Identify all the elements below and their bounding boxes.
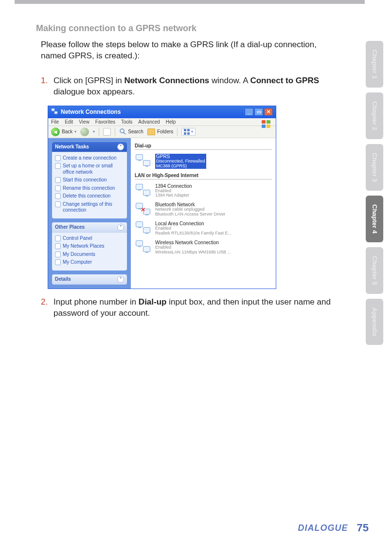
views-icon (184, 129, 190, 135)
tab-chapter-3[interactable]: Chapter 3 (366, 144, 383, 191)
task-icon (55, 177, 61, 183)
views-button[interactable]: ▾ (181, 128, 196, 136)
menu-file[interactable]: File (51, 119, 59, 125)
panel-title: Other Places (55, 224, 85, 230)
search-button[interactable]: Search (119, 128, 143, 136)
step-2: 2. Input phone number in Dial-up input b… (41, 297, 333, 319)
panel-title: Network Tasks (55, 144, 89, 149)
connection-lan[interactable]: Local Area Connection Enabled Realtek RT… (135, 219, 272, 238)
group-dialup-head: Dial-up (135, 142, 272, 150)
forward-button[interactable] (80, 127, 89, 136)
connection-1394[interactable]: 1394 Connection Enabled 1394 Net Adapter (135, 181, 272, 200)
task-delete[interactable]: Delete this connection (55, 192, 124, 200)
tab-chapter-5[interactable]: Chapter 5 (366, 247, 383, 294)
minimize-button[interactable]: _ (245, 108, 253, 116)
chevron-down-icon: ▾ (191, 129, 193, 134)
folders-button[interactable]: Folders (147, 128, 173, 135)
menu-view[interactable]: View (79, 119, 89, 125)
task-icon (55, 185, 61, 191)
place-my-documents[interactable]: My Documents (55, 251, 124, 259)
steps-list: 1. Click on [GPRS] in Network Connection… (41, 75, 333, 98)
app-icon (51, 108, 58, 116)
task-icon (55, 193, 61, 199)
collapse-icon[interactable]: ˄ (117, 224, 124, 231)
menu-tools[interactable]: Tools (121, 119, 132, 125)
svg-rect-0 (52, 108, 54, 111)
error-icon: ✕ (141, 207, 146, 213)
page-content: Making connection to a GPRS network Plea… (36, 19, 333, 327)
maximize-button[interactable]: ▭ (254, 108, 263, 116)
connection-icon: ✕ (136, 203, 151, 217)
place-control-panel[interactable]: Control Panel (55, 235, 124, 243)
tab-chapter-1[interactable]: Chapter 1 (366, 41, 383, 88)
toolbar: ◄ Back ▾ ▾ Search Folders ▾ (48, 126, 276, 138)
connection-gprs[interactable]: GPRS Disconnected, Firewalled MC388 (GPR… (135, 152, 272, 171)
tab-appendix[interactable]: Appendix (366, 299, 383, 345)
connection-icon (136, 154, 151, 168)
window-titlebar: Network Connections _ ▭ ✕ (48, 106, 276, 118)
up-button[interactable] (103, 128, 111, 136)
collapse-icon[interactable]: ˄ (117, 144, 124, 150)
place-icon (55, 252, 61, 257)
task-start[interactable]: Start this connection (55, 176, 124, 184)
back-button[interactable]: ◄ Back ▾ (51, 127, 76, 136)
svg-line-3 (124, 132, 125, 134)
windows-flag-icon (260, 119, 272, 129)
footer: DIALOGUE 75 (298, 522, 369, 534)
step-1: 1. Click on [GPRS] in Network Connection… (41, 75, 333, 98)
menubar: File Edit View Favorites Tools Advanced … (48, 118, 276, 126)
place-network-places[interactable]: My Network Places (55, 242, 124, 251)
main-pane: Dial-up GPRS Disconnected, Firewalled MC… (131, 138, 276, 289)
group-lan-head: LAN or High-Speed Internet (135, 172, 272, 180)
tab-chapter-4[interactable]: Chapter 4 (366, 196, 383, 242)
network-connections-window: Network Connections _ ▭ ✕ File Edit View… (48, 106, 276, 289)
other-places-panel: Other Places ˄ Control Panel My Network … (52, 222, 127, 271)
window-title: Network Connections (61, 108, 121, 115)
connection-icon (136, 221, 151, 235)
details-panel: Details ˅ (52, 274, 127, 285)
task-change[interactable]: Change settings of this connection (55, 200, 124, 215)
search-icon (119, 128, 126, 136)
place-icon (55, 259, 61, 265)
step-number: 2. (41, 297, 53, 308)
connection-icon (136, 240, 151, 254)
task-setup[interactable]: Set up a home or small office network (55, 162, 124, 176)
section-heading: Making connection to a GPRS network (36, 23, 333, 34)
task-icon (55, 155, 61, 161)
svg-point-2 (120, 129, 124, 133)
intro-paragraph: Please follow the steps below to make a … (41, 39, 333, 62)
chevron-down-icon: ▾ (74, 129, 76, 134)
chevron-down-icon: ▾ (93, 129, 95, 134)
connection-icon (136, 184, 151, 198)
panel-title: Details (55, 276, 71, 282)
close-button[interactable]: ✕ (264, 108, 273, 116)
menu-advanced[interactable]: Advanced (138, 119, 160, 125)
expand-icon[interactable]: ˅ (117, 276, 124, 283)
menu-edit[interactable]: Edit (65, 119, 73, 125)
task-icon (55, 163, 61, 169)
task-rename[interactable]: Rename this connection (55, 184, 124, 193)
place-my-computer[interactable]: My Computer (55, 258, 124, 267)
tab-chapter-2[interactable]: Chapter 2 (366, 92, 383, 139)
steps-list-cont: 2. Input phone number in Dial-up input b… (41, 297, 333, 319)
step-number: 1. (41, 75, 53, 87)
brand-logo: DIALOGUE (298, 523, 348, 533)
connection-wireless[interactable]: Wireless Network Connection Enabled Wire… (135, 238, 272, 257)
place-icon (55, 235, 61, 241)
side-pane: Network Tasks ˄ Create a new connection … (48, 138, 131, 289)
connection-bluetooth[interactable]: ✕ Bluetooth Network Network cable unplug… (135, 200, 272, 219)
top-rule (15, 0, 365, 4)
page-number: 75 (357, 522, 369, 534)
svg-rect-1 (54, 111, 57, 114)
place-icon (55, 243, 61, 249)
back-icon: ◄ (51, 127, 60, 136)
task-icon (55, 201, 61, 207)
task-create[interactable]: Create a new connection (55, 154, 124, 163)
network-tasks-panel: Network Tasks ˄ Create a new connection … (52, 142, 127, 218)
menu-help[interactable]: Help (166, 119, 176, 125)
chapter-tabs: Chapter 1 Chapter 2 Chapter 3 Chapter 4 … (366, 41, 383, 350)
menu-favorites[interactable]: Favorites (95, 119, 115, 125)
folder-icon (147, 128, 155, 135)
